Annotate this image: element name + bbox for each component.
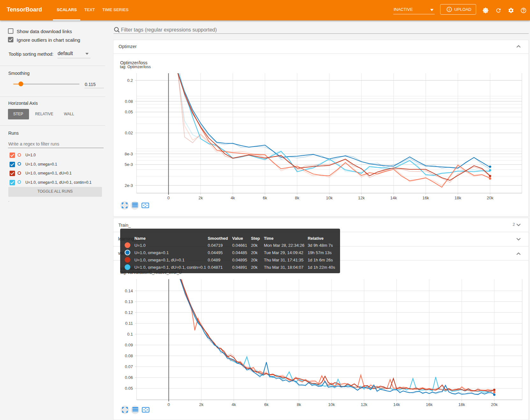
svg-text:12k: 12k: [358, 196, 365, 200]
svg-text:2e-3: 2e-3: [125, 183, 133, 188]
svg-text:5e-3: 5e-3: [125, 162, 133, 167]
svg-text:0.1: 0.1: [127, 332, 133, 337]
svg-text:10k: 10k: [328, 402, 335, 407]
svg-text:16k: 16k: [426, 402, 432, 407]
svg-text:18k: 18k: [458, 402, 465, 407]
svg-text:2k: 2k: [199, 196, 203, 200]
svg-text:4k: 4k: [232, 402, 236, 407]
svg-text:2k: 2k: [199, 402, 204, 407]
svg-text:0.14: 0.14: [125, 288, 133, 293]
svg-text:6k: 6k: [263, 196, 267, 200]
svg-text:10k: 10k: [326, 196, 333, 200]
svg-text:0.05: 0.05: [125, 386, 133, 391]
svg-text:0.08: 0.08: [125, 353, 133, 358]
svg-text:18k: 18k: [454, 196, 461, 200]
svg-text:14k: 14k: [390, 196, 397, 200]
svg-text:0.2: 0.2: [127, 78, 133, 83]
svg-text:0.07: 0.07: [125, 364, 133, 369]
svg-text:16k: 16k: [422, 196, 429, 200]
svg-text:0.06: 0.06: [125, 375, 133, 380]
svg-text:4k: 4k: [231, 196, 235, 200]
svg-text:12k: 12k: [361, 402, 367, 407]
svg-text:0: 0: [167, 196, 170, 200]
svg-text:6k: 6k: [264, 402, 269, 407]
svg-text:0.09: 0.09: [125, 343, 133, 347]
svg-text:0.13: 0.13: [125, 299, 133, 304]
svg-text:0.08: 0.08: [125, 99, 133, 104]
svg-text:20k: 20k: [491, 402, 498, 407]
svg-text:0.05: 0.05: [125, 110, 133, 114]
svg-text:0.12: 0.12: [125, 310, 133, 315]
svg-text:20k: 20k: [487, 196, 493, 200]
svg-text:8k: 8k: [295, 196, 299, 200]
svg-text:0: 0: [168, 402, 170, 407]
svg-text:8e-3: 8e-3: [125, 152, 133, 156]
svg-text:0.02: 0.02: [125, 131, 133, 135]
svg-text:8k: 8k: [297, 402, 301, 407]
svg-text:14k: 14k: [393, 402, 400, 407]
svg-text:0.11: 0.11: [125, 321, 133, 326]
